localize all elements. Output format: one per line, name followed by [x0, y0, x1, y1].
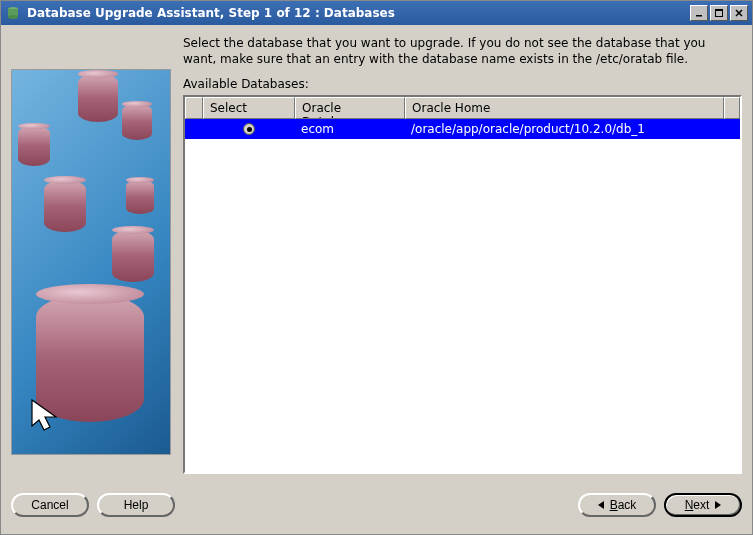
next-button[interactable]: Next	[664, 493, 742, 517]
svg-point-2	[8, 15, 18, 19]
svg-rect-3	[696, 15, 702, 17]
row-home-cell: /oracle/app/oracle/product/10.2.0/db_1	[405, 120, 740, 138]
main-content: Select the database that you want to upg…	[11, 35, 742, 474]
button-bar: Cancel Help Back Next	[11, 488, 742, 522]
table-row[interactable]: ecom /oracle/app/oracle/product/10.2.0/d…	[185, 119, 740, 139]
close-button[interactable]	[730, 5, 748, 21]
column-header-scroll-gap	[724, 97, 740, 119]
back-label-tail: ack	[618, 498, 637, 512]
column-header-oracle-database[interactable]: Oracle Database	[295, 97, 405, 119]
help-button[interactable]: Help	[97, 493, 175, 517]
right-button-group: Back Next	[578, 493, 742, 517]
column-header-oracle-home[interactable]: Oracle Home	[405, 97, 724, 119]
minimize-button[interactable]	[690, 5, 708, 21]
client-area: Select the database that you want to upg…	[1, 25, 752, 532]
row-lead	[185, 127, 203, 131]
next-label-tail: ext	[693, 498, 709, 512]
row-select-cell[interactable]	[203, 121, 295, 137]
left-button-group: Cancel Help	[11, 493, 175, 517]
wizard-window: Database Upgrade Assistant, Step 1 of 12…	[0, 0, 753, 535]
databases-table: Select Oracle Database Oracle Home ecom	[183, 95, 742, 474]
titlebar[interactable]: Database Upgrade Assistant, Step 1 of 12…	[1, 1, 752, 25]
arrow-right-icon	[715, 501, 721, 509]
column-header-corner[interactable]	[185, 97, 203, 119]
cursor-icon	[28, 396, 68, 436]
row-database-cell: ecom	[295, 120, 405, 138]
cancel-button[interactable]: Cancel	[11, 493, 89, 517]
column-header-select[interactable]: Select	[203, 97, 295, 119]
select-radio[interactable]	[243, 123, 255, 135]
right-panel: Select the database that you want to upg…	[183, 35, 742, 474]
table-body: ecom /oracle/app/oracle/product/10.2.0/d…	[185, 119, 740, 472]
svg-rect-5	[716, 10, 723, 12]
table-header: Select Oracle Database Oracle Home	[185, 97, 740, 119]
window-title: Database Upgrade Assistant, Step 1 of 12…	[27, 6, 688, 20]
back-button[interactable]: Back	[578, 493, 656, 517]
arrow-left-icon	[598, 501, 604, 509]
maximize-button[interactable]	[710, 5, 728, 21]
wizard-sidebar-image	[11, 69, 171, 455]
available-databases-label: Available Databases:	[183, 77, 742, 91]
app-icon	[5, 5, 21, 21]
instruction-text: Select the database that you want to upg…	[183, 35, 742, 67]
